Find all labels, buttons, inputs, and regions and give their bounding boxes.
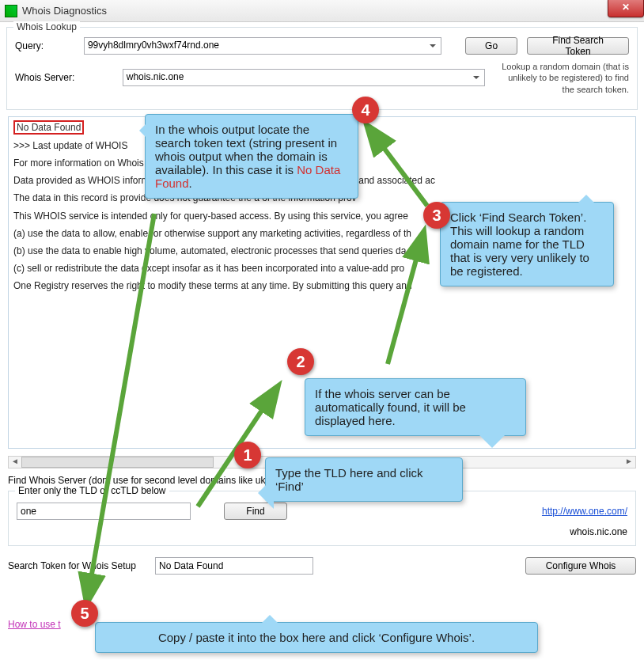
tld-legend: Enter only the TLD or ccTLD below xyxy=(15,485,169,496)
search-token-label: Search Token for Whois Setup xyxy=(8,560,150,571)
output-line: For more information on Whois s xyxy=(13,157,631,169)
query-label: Query: xyxy=(15,40,79,51)
registry-link[interactable]: http://www.one.com/ xyxy=(542,506,627,517)
server-combo[interactable]: whois.nic.one xyxy=(123,69,486,86)
lookup-hint: Lookup a random domain (that is unlikely… xyxy=(494,61,629,95)
output-line: (c) sell or redistribute the data except… xyxy=(13,262,631,275)
output-line: One Registry reserves the right to modif… xyxy=(13,279,631,292)
window-title: Whois Diagnostics xyxy=(22,5,107,17)
output-line: This WHOIS service is intended only for … xyxy=(13,210,631,222)
output-line: (b) use the data to enable high volume, … xyxy=(13,245,631,257)
app-icon xyxy=(5,5,17,17)
configure-whois-button[interactable]: Configure Whois xyxy=(525,557,636,575)
server-label: Whois Server: xyxy=(15,72,86,83)
output-line: >>> Last update of WHOIS xyxy=(13,139,631,152)
find-search-token-button[interactable]: Find Search Token xyxy=(527,37,629,55)
scroll-track[interactable] xyxy=(21,457,623,468)
tld-input[interactable] xyxy=(17,503,191,520)
scroll-left-icon[interactable]: ◄ xyxy=(9,457,21,468)
output-line: (a) use the data to allow, enable, or ot… xyxy=(13,227,631,240)
output-hscrollbar[interactable]: ◄ ► xyxy=(8,456,636,468)
whois-lookup-legend: Whois Lookup xyxy=(13,21,80,32)
output-line: Data provided as WHOIS information ontac… xyxy=(13,174,631,187)
output-line: The data in this record is provide does … xyxy=(13,192,631,204)
scroll-right-icon[interactable]: ► xyxy=(623,457,635,468)
server-value: whois.nic.one xyxy=(127,71,184,82)
whois-lookup-group: Whois Lookup Query: 99vyh8dlmry0vh3wxf74… xyxy=(6,27,638,110)
search-token-input[interactable] xyxy=(155,557,313,575)
find-whois-server-section: Find Whois Server (dont use for second l… xyxy=(8,475,636,581)
query-combo[interactable]: 99vyh8dlmry0vh3wxf74rnd.one xyxy=(84,37,441,55)
find-server-heading: Find Whois Server (dont use for second l… xyxy=(8,475,636,486)
callout-5: Copy / paste it into the box here and cl… xyxy=(95,622,538,653)
find-button[interactable]: Find xyxy=(224,503,287,520)
whois-output: No Data Found >>> Last update of WHOIS F… xyxy=(8,116,636,449)
close-button[interactable]: ✕ xyxy=(608,0,644,17)
badge-5: 5 xyxy=(71,600,98,627)
scroll-thumb[interactable] xyxy=(21,457,214,468)
server-echo: whois.nic.one xyxy=(17,526,627,537)
titlebar: Whois Diagnostics ✕ xyxy=(0,0,644,22)
tld-group: Enter only the TLD or ccTLD below Find h… xyxy=(8,491,636,546)
output-highlight: No Data Found xyxy=(13,120,84,135)
query-value: 99vyh8dlmry0vh3wxf74rnd.one xyxy=(88,40,219,51)
go-button[interactable]: Go xyxy=(465,37,517,55)
how-to-use-link[interactable]: How to use t xyxy=(8,619,61,630)
